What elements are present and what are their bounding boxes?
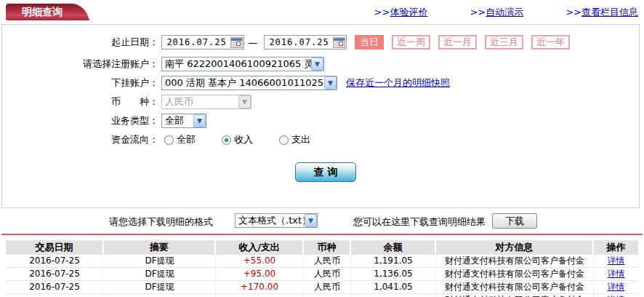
date-range-row: 起止日期： 2016.07.25 — 2016.07.25 当日 近一周 近一月… (2, 33, 639, 51)
chevron-down-icon: ▼ (238, 95, 251, 108)
business-type-value: 全部 (162, 114, 193, 127)
date-separator: — (248, 37, 257, 48)
cell-summary: DF提现 (104, 268, 216, 280)
currency-label: 币 种： (2, 95, 158, 108)
download-format-value: 文本格式（.txt） (236, 214, 305, 227)
detail-link[interactable]: 详情 (608, 256, 625, 266)
fund-flow-label: 资金流向： (2, 133, 158, 146)
cell-summary: DF提现 (104, 281, 216, 293)
tab-label: 明细查询 (22, 6, 63, 17)
flow-income-label[interactable]: 收入 (234, 133, 253, 146)
calendar-icon[interactable] (333, 37, 345, 48)
cell-currency (304, 294, 351, 297)
sub-account-label: 下挂账户： (2, 76, 158, 90)
end-date-input[interactable]: 2016.07.25 (264, 35, 347, 50)
header-summary: 摘要 (104, 240, 216, 255)
cell-currency: 人民币 (304, 268, 351, 280)
currency-select: 人民币 ▼ (161, 95, 251, 109)
cell-balance: 1,041.05 (351, 281, 436, 293)
sub-account-select[interactable]: 000 活期 基本户 1406600101102571848 ▼ (161, 76, 337, 90)
table-row: 2016-07-25 DF提现 +95.00 人民币 1,136.05 财付通支… (6, 268, 638, 281)
header-counterparty: 对方信息 (436, 240, 594, 255)
cell-amount: +95.00 (216, 268, 304, 280)
header-balance: 余额 (351, 240, 436, 255)
cell-summary: DF提现 (104, 255, 216, 267)
cell-date (6, 294, 104, 297)
detail-link[interactable]: 详情 (608, 282, 625, 292)
chevron-down-icon: ▼ (324, 76, 337, 90)
registered-account-row: 请选择注册账户： 南平 6222001406100921065 灵通卡 ▼ (2, 55, 639, 73)
business-type-label: 业务类型： (2, 114, 158, 127)
end-date-value: 2016.07.25 (265, 37, 333, 47)
link-view-column-info[interactable]: >>查看栏目信息 (565, 6, 638, 19)
link-prefix: >> (374, 7, 390, 17)
table-row-partial: 财付通支付科技有限公司客户备付金 详情 (6, 294, 638, 297)
download-button[interactable]: 下载 (492, 213, 537, 229)
cell-balance: 1,191.05 (351, 255, 436, 267)
flow-all-radio[interactable] (164, 135, 174, 145)
flow-all-label[interactable]: 全部 (177, 133, 196, 146)
transactions-table: 交易日期 摘要 收入/支出 币种 余额 对方信息 操作 2016-07-25 D… (6, 240, 638, 297)
sub-account-row: 下挂账户： 000 活期 基本户 1406600101102571848 ▼ 保… (2, 74, 639, 92)
quick-range-today-button[interactable]: 当日 (355, 35, 384, 50)
cell-date: 2016-07-25 (6, 255, 104, 267)
start-date-value: 2016.07.25 (163, 37, 230, 47)
business-type-row: 业务类型： 全部 ▼ (2, 112, 639, 130)
link-label: 查看栏目信息 (581, 7, 638, 17)
quick-range-week-button[interactable]: 近一周 (392, 35, 430, 50)
cell-summary (104, 294, 216, 297)
flow-expense-label[interactable]: 支出 (291, 133, 310, 146)
link-prefix: >> (470, 7, 486, 17)
header-amount: 收入/支出 (216, 240, 304, 255)
link-label: 体验评价 (390, 7, 427, 17)
flow-expense-radio[interactable] (279, 135, 289, 145)
download-format-select[interactable]: 文本格式（.txt） ▼ (235, 213, 318, 228)
cell-amount (216, 294, 304, 297)
header-links: >>体验评价 >>自动演示 >>查看栏目信息 (374, 6, 638, 19)
detail-link[interactable]: 详情 (608, 269, 625, 279)
table-top-divider (1, 234, 643, 235)
query-button[interactable]: 查 询 (295, 162, 356, 182)
cell-date: 2016-07-25 (6, 268, 104, 280)
header-action: 操作 (594, 240, 638, 255)
header-currency: 币种 (304, 240, 351, 255)
fund-flow-row: 资金流向： 全部 收入 支出 (2, 131, 639, 148)
quick-range-month-button[interactable]: 近一月 (438, 35, 477, 50)
cell-currency: 人民币 (304, 281, 351, 293)
date-range-label: 起止日期： (2, 36, 158, 49)
cell-date: 2016-07-25 (6, 281, 104, 293)
currency-row: 币 种： 人民币 ▼ (2, 93, 639, 111)
quick-range-quarter-button[interactable]: 近三月 (485, 35, 523, 50)
cell-amount: +55.00 (216, 255, 304, 267)
query-form: 起止日期： 2016.07.25 — 2016.07.25 当日 近一周 近一月… (1, 24, 640, 208)
table-row: 2016-07-25 DF提现 +55.00 人民币 1,191.05 财付通支… (6, 255, 638, 268)
chevron-down-icon: ▼ (193, 114, 206, 127)
currency-value: 人民币 (162, 95, 238, 108)
quick-range-year-button[interactable]: 近一年 (531, 35, 570, 50)
registered-account-value: 南平 6222001406100921065 灵通卡 (162, 58, 311, 71)
flow-income-radio[interactable] (222, 135, 231, 145)
table-header-row: 交易日期 摘要 收入/支出 币种 余额 对方信息 操作 (6, 240, 638, 255)
download-format-label: 请您选择下载明细的格式 (109, 215, 213, 229)
cell-counterparty: 财付通支付科技有限公司客户备付金 (436, 294, 594, 297)
cell-counterparty: 财付通支付科技有限公司客户备付金 (436, 281, 594, 293)
header-date: 交易日期 (6, 240, 104, 255)
cell-balance: 1,136.05 (351, 268, 436, 280)
link-prefix: >> (565, 7, 581, 17)
cell-counterparty: 财付通支付科技有限公司客户备付金 (436, 268, 594, 280)
table-row: 2016-07-25 DF提现 +170.00 人民币 1,041.05 财付通… (6, 281, 638, 294)
registered-account-select[interactable]: 南平 6222001406100921065 灵通卡 ▼ (161, 57, 324, 71)
link-experience-rating[interactable]: >>体验评价 (374, 6, 428, 19)
cell-currency: 人民币 (304, 255, 351, 267)
chevron-down-icon: ▼ (305, 214, 317, 227)
cell-counterparty: 财付通支付科技有限公司客户备付金 (436, 255, 594, 267)
link-auto-demo[interactable]: >>自动演示 (470, 6, 523, 19)
business-type-select[interactable]: 全部 ▼ (161, 114, 206, 128)
tab-detail-query[interactable]: 明细查询 (6, 4, 79, 20)
start-date-input[interactable]: 2016.07.25 (161, 35, 244, 50)
cell-amount: +170.00 (216, 281, 304, 293)
calendar-icon[interactable] (230, 37, 243, 48)
detail-query-page: 明细查询 >>体验评价 >>自动演示 >>查看栏目信息 起止日期： 2016.0… (0, 0, 644, 297)
save-monthly-snapshot-link[interactable]: 保存近一个月的明细快照 (346, 76, 450, 90)
download-hint: 您可以在这里下载查询明细结果 (353, 215, 486, 229)
